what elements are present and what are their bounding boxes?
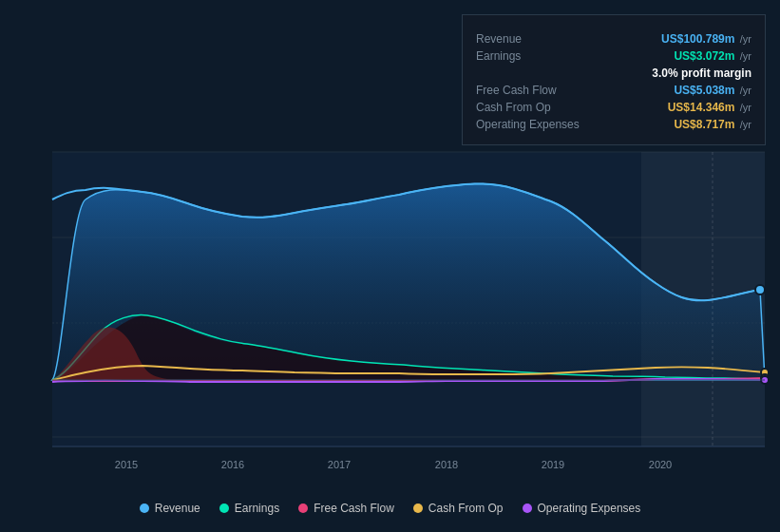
x-label-2016: 2016	[221, 459, 244, 470]
tooltip-profit-value: 3.0% profit margin	[652, 66, 751, 80]
x-label-2017: 2017	[328, 459, 351, 470]
x-label-2018: 2018	[435, 459, 458, 470]
tooltip-box: Revenue US$100.789m /yr Earnings US$3.07…	[462, 14, 766, 145]
tooltip-earnings-value: US$3.072m /yr	[674, 49, 751, 63]
legend-item-earnings[interactable]: Earnings	[219, 502, 279, 515]
tooltip-revenue-label: Revenue	[476, 32, 599, 46]
tooltip-earnings-row: Earnings US$3.072m /yr	[476, 49, 751, 63]
chart-container: 201520162017201820192020 Revenue US$100.…	[0, 0, 780, 532]
legend-item-revenue[interactable]: Revenue	[140, 502, 200, 515]
tooltip-fcf-label: Free Cash Flow	[476, 84, 599, 97]
legend-label: Cash From Op	[428, 502, 504, 515]
x-label-2020: 2020	[649, 459, 672, 470]
legend-label: Revenue	[155, 502, 200, 515]
svg-point-8	[755, 285, 765, 294]
legend-item-free-cash-flow[interactable]: Free Cash Flow	[298, 502, 394, 515]
tooltip-opex-label: Operating Expenses	[476, 118, 599, 131]
tooltip-revenue-row: Revenue US$100.789m /yr	[476, 32, 751, 46]
tooltip-opex-row: Operating Expenses US$8.717m /yr	[476, 118, 751, 131]
tooltip-cashfromop-row: Cash From Op US$14.346m /yr	[476, 101, 751, 114]
legend-dot	[523, 504, 532, 513]
tooltip-profit-row: 3.0% profit margin	[476, 66, 751, 80]
tooltip-earnings-label: Earnings	[476, 49, 599, 63]
tooltip-opex-value: US$8.717m /yr	[674, 118, 751, 131]
tooltip-cashfromop-label: Cash From Op	[476, 101, 599, 114]
legend-item-cash-from-op[interactable]: Cash From Op	[413, 502, 504, 515]
tooltip-fcf-value: US$5.038m /yr	[674, 84, 751, 97]
legend-label: Operating Expenses	[538, 502, 641, 515]
legend-label: Free Cash Flow	[314, 502, 394, 515]
tooltip-fcf-row: Free Cash Flow US$5.038m /yr	[476, 84, 751, 97]
tooltip-revenue-value: US$100.789m /yr	[661, 32, 751, 46]
legend-dot	[140, 504, 149, 513]
x-label-2015: 2015	[115, 459, 138, 470]
legend-item-operating-expenses[interactable]: Operating Expenses	[523, 502, 641, 515]
legend-dot	[219, 504, 229, 513]
legend-dot	[298, 504, 308, 513]
legend: RevenueEarningsFree Cash FlowCash From O…	[0, 502, 780, 515]
legend-label: Earnings	[235, 502, 279, 515]
tooltip-cashfromop-value: US$14.346m /yr	[668, 101, 751, 114]
x-label-2019: 2019	[542, 459, 564, 470]
legend-dot	[413, 504, 423, 513]
